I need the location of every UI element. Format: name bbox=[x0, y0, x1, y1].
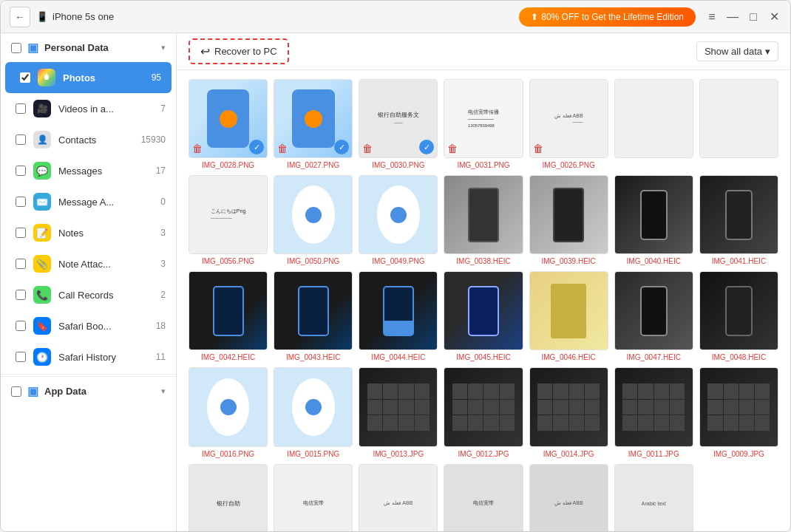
sidebar-item-note-attac[interactable]: 📎 Note Attac... 3 bbox=[1, 248, 176, 279]
photo-item[interactable]: 银行自助服务文——🗑✓IMG_0030.PNG bbox=[359, 79, 438, 169]
note-attac-icon: 📎 bbox=[33, 255, 51, 273]
photo-item[interactable]: こんにちはPng—————IMG_0056.PNG bbox=[189, 175, 268, 265]
photo-filename: IMG_0042.HEIC bbox=[189, 353, 268, 361]
photo-item[interactable]: IMG_0049.PNG bbox=[359, 175, 438, 265]
close-icon: ✕ bbox=[770, 10, 779, 24]
photo-item[interactable]: IMG_0013.JPG bbox=[359, 367, 438, 457]
show-all-dropdown-icon: ▾ bbox=[765, 46, 770, 57]
recover-button[interactable]: ↩ Recover to PC bbox=[189, 38, 289, 64]
app-data-section[interactable]: ▣ App Data ▾ bbox=[1, 376, 176, 406]
photo-item[interactable]: IMG_0044.HEIC bbox=[359, 271, 438, 361]
promo-icon: ⬆ bbox=[531, 12, 538, 22]
photo-filename: IMG_0028.PNG bbox=[189, 161, 268, 169]
call-records-checkbox[interactable] bbox=[16, 290, 26, 300]
photo-item[interactable]: IMG_0038.HEIC bbox=[444, 175, 523, 265]
photo-item[interactable]: IMG_0043.HEIC bbox=[274, 271, 353, 361]
photo-filename: IMG_0046.HEIC bbox=[529, 353, 608, 361]
contacts-checkbox[interactable] bbox=[16, 134, 26, 145]
photo-item[interactable]: 电信宽带 bbox=[444, 464, 523, 531]
app-data-label: App Data bbox=[44, 386, 86, 397]
notes-checkbox[interactable] bbox=[16, 228, 26, 238]
sidebar-item-call-records[interactable]: 📞 Call Records 2 bbox=[1, 279, 176, 310]
photo-filename: IMG_0038.HEIC bbox=[444, 257, 523, 265]
message-a-count: 0 bbox=[160, 197, 166, 207]
photo-item[interactable]: فعله ش ABB——🗑IMG_0026.PNG bbox=[529, 79, 608, 169]
minimize-button[interactable]: — bbox=[725, 10, 740, 24]
message-a-icon: ✉️ bbox=[33, 193, 51, 211]
photo-filename: IMG_0045.HEIC bbox=[444, 353, 523, 361]
note-attac-checkbox[interactable] bbox=[16, 259, 26, 269]
delete-badge: 🗑 bbox=[277, 143, 288, 154]
photo-item[interactable]: IMG_0048.HEIC bbox=[699, 271, 778, 361]
photos-checkbox[interactable] bbox=[20, 72, 30, 83]
note-attac-count: 3 bbox=[160, 259, 166, 269]
safari-boo-checkbox[interactable] bbox=[16, 321, 26, 331]
message-a-checkbox[interactable] bbox=[16, 197, 26, 207]
safari-history-checkbox[interactable] bbox=[16, 352, 26, 362]
photo-item[interactable]: فعله ش ABB bbox=[529, 464, 608, 531]
photo-item[interactable]: IMG_0012.JPG bbox=[444, 367, 523, 457]
maximize-button[interactable]: □ bbox=[746, 10, 761, 24]
promo-button[interactable]: ⬆ 80% OFF to Get the Lifetime Edition bbox=[519, 7, 696, 27]
photo-item[interactable]: 电信宽带传播—————13057839498🗑IMG_0031.PNG bbox=[444, 79, 523, 169]
sidebar-item-videos[interactable]: 🎥 Videos in a... 7 bbox=[1, 93, 176, 124]
photo-item[interactable]: IMG_0016.PNG bbox=[189, 367, 268, 457]
videos-checkbox[interactable] bbox=[16, 103, 26, 114]
sidebar-item-message-a[interactable]: ✉️ Message A... 0 bbox=[1, 186, 176, 217]
photo-item[interactable]: 电信宽带 bbox=[274, 464, 353, 531]
photo-filename: IMG_0056.PNG bbox=[189, 257, 268, 265]
close-button[interactable]: ✕ bbox=[767, 10, 781, 24]
show-all-button[interactable]: Show all data ▾ bbox=[696, 41, 778, 61]
photo-item[interactable]: IMG_0047.HEIC bbox=[614, 271, 693, 361]
photo-item[interactable]: 🗑✓IMG_0028.PNG bbox=[189, 79, 268, 169]
photo-item[interactable]: IMG_0011.JPG bbox=[614, 367, 693, 457]
sidebar-item-messages[interactable]: 💬 Messages 17 bbox=[1, 155, 176, 186]
minimize-icon: — bbox=[727, 10, 739, 24]
photo-item[interactable]: Arabic text bbox=[614, 464, 693, 531]
photo-item[interactable]: IMG_0042.HEIC bbox=[189, 271, 268, 361]
content-area: ↩ Recover to PC Show all data ▾ 🗑✓IMG_00… bbox=[177, 33, 790, 531]
photo-item[interactable]: 银行自助 bbox=[189, 464, 268, 531]
photo-item[interactable]: فعله ش ABB bbox=[359, 464, 438, 531]
photo-item[interactable]: IMG_0041.HEIC bbox=[699, 175, 778, 265]
photo-filename: IMG_0016.PNG bbox=[189, 450, 268, 458]
back-button[interactable]: ← bbox=[10, 7, 30, 27]
photo-item[interactable]: IMG_0015.PNG bbox=[274, 367, 353, 457]
safari-history-label: Safari History bbox=[58, 352, 149, 363]
photo-filename: IMG_0043.HEIC bbox=[274, 353, 353, 361]
photo-item[interactable]: IMG_0040.HEIC bbox=[614, 175, 693, 265]
photo-item[interactable]: IMG_0046.HEIC bbox=[529, 271, 608, 361]
personal-data-checkbox[interactable] bbox=[11, 43, 21, 53]
menu-button[interactable]: ≡ bbox=[705, 10, 719, 24]
photos-icon bbox=[38, 69, 55, 86]
main-layout: ▣ Personal Data ▾ Photos 95 bbox=[1, 33, 790, 531]
photo-item[interactable]: IMG_0039.HEIC bbox=[529, 175, 608, 265]
photo-filename: IMG_0047.HEIC bbox=[614, 353, 693, 361]
photo-item[interactable]: IMG_0045.HEIC bbox=[444, 271, 523, 361]
recover-icon: ↩ bbox=[200, 44, 210, 58]
safari-boo-label: Safari Boo... bbox=[58, 321, 149, 332]
contacts-label: Contacts bbox=[58, 134, 134, 146]
sidebar-item-contacts[interactable]: 👤 Contacts 15930 bbox=[1, 124, 176, 155]
photo-filename: IMG_0012.JPG bbox=[444, 450, 523, 458]
photo-item[interactable]: IMG_0050.PNG bbox=[274, 175, 353, 265]
personal-data-section[interactable]: ▣ Personal Data ▾ bbox=[1, 33, 176, 62]
sidebar-item-safari-boo[interactable]: 🔖 Safari Boo... 18 bbox=[1, 310, 176, 341]
photo-item[interactable] bbox=[614, 79, 693, 169]
personal-data-chevron: ▾ bbox=[161, 43, 166, 52]
messages-checkbox[interactable] bbox=[16, 166, 26, 176]
delete-badge: 🗑 bbox=[533, 143, 543, 154]
safari-boo-icon: 🔖 bbox=[33, 317, 51, 335]
photo-item[interactable]: IMG_0014.JPG bbox=[529, 367, 608, 457]
sidebar-item-photos[interactable]: Photos 95 bbox=[5, 62, 172, 93]
photo-filename: IMG_0009.JPG bbox=[699, 450, 778, 458]
photo-filename: IMG_0040.HEIC bbox=[614, 257, 693, 265]
photo-item[interactable] bbox=[699, 79, 778, 169]
sidebar-item-notes[interactable]: 📝 Notes 3 bbox=[1, 217, 176, 248]
sidebar-item-safari-history[interactable]: 🕐 Safari History 11 bbox=[1, 341, 176, 372]
photo-item[interactable]: IMG_0009.JPG bbox=[699, 367, 778, 457]
app-data-checkbox[interactable] bbox=[11, 386, 21, 397]
photo-filename: IMG_0039.HEIC bbox=[529, 257, 608, 265]
photo-grid: 🗑✓IMG_0028.PNG🗑✓IMG_0027.PNG银行自助服务文——🗑✓I… bbox=[189, 79, 778, 531]
photo-item[interactable]: 🗑✓IMG_0027.PNG bbox=[274, 79, 353, 169]
